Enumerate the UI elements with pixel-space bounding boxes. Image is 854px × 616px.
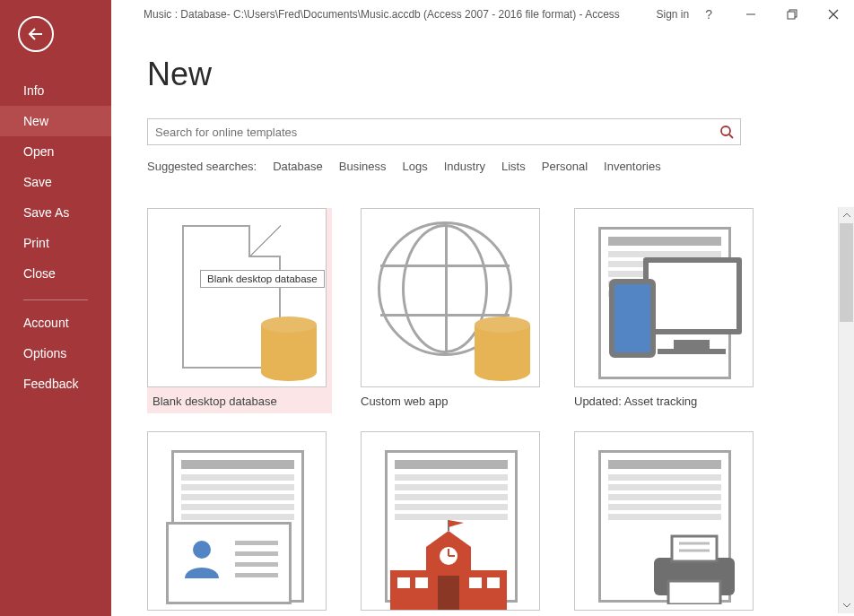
template-fax[interactable] <box>574 431 764 616</box>
sidebar-item-info[interactable]: Info <box>0 75 111 106</box>
sidebar-item-label: Account <box>23 316 69 330</box>
contact-card-icon <box>166 522 292 604</box>
template-asset-tracking[interactable]: Updated: Asset tracking <box>574 208 764 408</box>
scrollbar[interactable] <box>838 207 854 613</box>
chevron-down-icon <box>842 601 851 610</box>
template-thumbnail <box>361 431 540 611</box>
svg-marker-21 <box>449 520 464 527</box>
sidebar-item-label: Open <box>23 144 54 159</box>
sidebar-item-label: Save As <box>23 205 69 220</box>
template-custom-web-app[interactable]: Custom web app <box>361 208 551 408</box>
sidebar-item-label: Close <box>23 266 56 281</box>
svg-rect-16 <box>415 577 428 588</box>
minimize-button[interactable] <box>730 0 771 29</box>
sidebar-item-close[interactable]: Close <box>0 258 111 289</box>
suggested-searches: Suggested searches: Database Business Lo… <box>147 160 818 173</box>
suggested-link-business[interactable]: Business <box>339 160 387 173</box>
svg-point-6 <box>721 126 730 135</box>
database-cylinder-icon <box>261 317 317 381</box>
svg-line-7 <box>729 134 733 138</box>
template-contacts[interactable] <box>147 431 337 616</box>
search-button[interactable] <box>713 119 740 144</box>
search-icon <box>719 125 734 139</box>
sidebar-item-label: New <box>23 114 48 128</box>
svg-marker-11 <box>426 531 471 547</box>
title-bar: Music : Database- C:\Users\Fred\Document… <box>111 0 854 29</box>
monitor-icon <box>643 257 742 334</box>
sidebar-item-save[interactable]: Save <box>0 167 111 197</box>
arrow-left-icon <box>27 25 45 43</box>
svg-rect-23 <box>672 536 717 561</box>
chevron-up-icon <box>842 211 851 220</box>
sidebar-item-save-as[interactable]: Save As <box>0 197 111 228</box>
close-icon <box>828 9 839 20</box>
search-box <box>147 118 741 145</box>
template-thumbnail <box>574 208 754 387</box>
suggested-link-database[interactable]: Database <box>273 160 323 173</box>
back-button[interactable] <box>18 16 54 52</box>
suggested-link-industry[interactable]: Industry <box>444 160 485 173</box>
sidebar-item-label: Options <box>23 346 66 360</box>
svg-rect-19 <box>438 576 459 610</box>
sidebar-item-label: Info <box>23 83 44 98</box>
sidebar-item-label: Save <box>23 175 52 189</box>
scroll-up-button[interactable] <box>839 207 854 223</box>
template-thumbnail: Blank desktop database <box>147 208 327 387</box>
suggested-label: Suggested searches: <box>147 160 257 173</box>
template-blank-desktop[interactable]: Blank desktop database Blank desktop dat… <box>147 208 332 413</box>
sidebar-item-label: Feedback <box>23 377 78 391</box>
templates-area: Blank desktop database Blank desktop dat… <box>147 208 840 616</box>
sign-in-link[interactable]: Sign in <box>657 8 690 21</box>
svg-rect-17 <box>469 577 482 588</box>
printer-icon <box>645 531 744 604</box>
template-thumbnail <box>361 208 540 387</box>
sidebar-item-options[interactable]: Options <box>0 338 111 369</box>
suggested-link-personal[interactable]: Personal <box>542 160 588 173</box>
sidebar-item-print[interactable]: Print <box>0 228 111 258</box>
templates-grid: Blank desktop database Blank desktop dat… <box>147 208 840 616</box>
sidebar-item-new[interactable]: New <box>0 106 111 136</box>
backstage-sidebar: Info New Open Save Save As Print Close A… <box>0 0 111 616</box>
scroll-thumb[interactable] <box>840 223 853 322</box>
svg-rect-2 <box>788 12 795 19</box>
sidebar-item-feedback[interactable]: Feedback <box>0 369 111 399</box>
svg-rect-18 <box>487 577 500 588</box>
template-thumbnail <box>574 431 754 611</box>
svg-rect-26 <box>668 581 720 604</box>
suggested-link-logs[interactable]: Logs <box>403 160 428 173</box>
template-label: Custom web app <box>361 395 551 408</box>
minimize-icon <box>745 9 756 20</box>
main-panel: New Suggested searches: Database Busines… <box>111 29 854 616</box>
sidebar-item-open[interactable]: Open <box>0 136 111 167</box>
template-label: Updated: Asset tracking <box>574 395 764 408</box>
sidebar-divider <box>23 299 88 300</box>
scroll-down-button[interactable] <box>839 597 854 613</box>
svg-rect-15 <box>397 577 410 588</box>
suggested-link-inventories[interactable]: Inventories <box>604 160 661 173</box>
suggested-link-lists[interactable]: Lists <box>501 160 526 173</box>
template-students[interactable] <box>361 431 551 616</box>
close-button[interactable] <box>813 0 854 29</box>
sidebar-item-label: Print <box>23 236 49 250</box>
sidebar-item-account[interactable]: Account <box>0 308 111 338</box>
page-title: New <box>147 56 818 93</box>
tooltip: Blank desktop database <box>200 270 325 288</box>
svg-point-8 <box>193 541 211 559</box>
template-label: Blank desktop database <box>147 395 327 408</box>
search-input[interactable] <box>148 126 713 139</box>
database-cylinder-icon <box>475 317 530 381</box>
restore-button[interactable] <box>771 0 813 29</box>
help-button[interactable]: ? <box>705 7 712 22</box>
template-thumbnail <box>147 431 327 611</box>
person-icon <box>181 537 222 578</box>
school-icon <box>381 520 516 610</box>
phone-icon <box>609 279 656 358</box>
restore-icon <box>787 9 797 20</box>
sidebar-nav: Info New Open Save Save As Print Close A… <box>0 75 111 399</box>
window-title: Music : Database- C:\Users\Fred\Document… <box>144 8 620 21</box>
